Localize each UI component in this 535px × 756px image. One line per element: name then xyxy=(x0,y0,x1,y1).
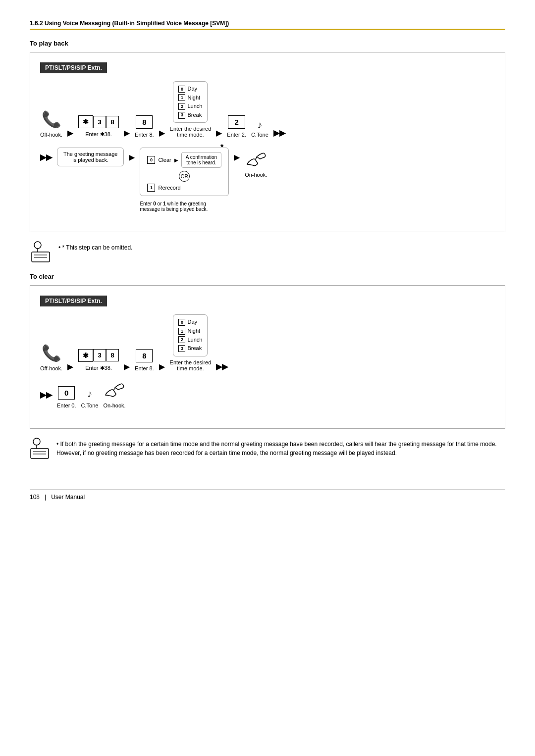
key8-item: 8 Enter 8. xyxy=(135,115,154,138)
playback-section: To play back PT/SLT/PS/SIP Extn. 📞 Off-h… xyxy=(30,40,505,232)
mode-3-label: Break xyxy=(187,111,202,120)
handset-icon-clear xyxy=(104,381,125,400)
clear-row: 0 Clear ▶ A confirmationtone is heard. xyxy=(147,152,221,168)
greeting-box: The greeting messageis played back. xyxy=(57,148,124,166)
arrow2: ▶ xyxy=(124,128,130,138)
note-icon: ♪ xyxy=(257,119,262,131)
timemode-item: 0Day 1Night 2Lunch 3Break Enter the desi… xyxy=(170,81,212,138)
playback-title: To play back xyxy=(30,40,505,47)
timemode-label-clear: Enter the desiredtime mode. xyxy=(170,359,212,371)
playback-box: PT/SLT/PS/SIP Extn. 📞 Off-hook. ▶ ✱ 3 8 … xyxy=(30,52,505,232)
svg-point-0 xyxy=(34,242,41,249)
mode-0: 0Day xyxy=(178,85,202,94)
svg-rect-7 xyxy=(31,449,49,458)
clear-text: Clear xyxy=(158,157,171,163)
page-number: 108 xyxy=(30,494,40,501)
mode-1-num: 1 xyxy=(178,94,185,101)
star38-item: ✱ 3 8 Enter ✱38. xyxy=(78,115,119,138)
or-circle: OR xyxy=(179,171,190,182)
note2-row: • If both the greeting message for a cer… xyxy=(30,438,505,459)
double-arrow-c1: ▶▶ xyxy=(216,362,228,371)
confirm-text-box: A confirmationtone is heard. xyxy=(181,152,221,168)
mode-0-num: 0 xyxy=(178,86,185,93)
svg-point-5 xyxy=(33,438,40,445)
timemode-box: 0Day 1Night 2Lunch 3Break xyxy=(173,81,208,123)
arrow-c2: ▶ xyxy=(124,362,130,371)
key2-item: 2 Enter 2. xyxy=(227,115,246,138)
three-key-c: 3 xyxy=(93,349,106,361)
handset-icon-play xyxy=(245,151,267,169)
key8-item-clear: 8 Enter 8. xyxy=(135,349,154,371)
box-header-clear: PT/SLT/PS/SIP Extn. xyxy=(40,296,107,306)
offhook-label-clear: Off-hook. xyxy=(40,365,62,371)
onhook-label-clear: On-hook. xyxy=(103,403,125,408)
key8-label-clear: Enter 8. xyxy=(135,365,154,371)
clear-title: To clear xyxy=(30,273,505,280)
key0-box: 0 xyxy=(58,386,75,400)
star38-label-clear: Enter ✱38. xyxy=(85,365,112,371)
timemode-item-clear: 0Day 1Night 2Lunch 3Break Enter the desi… xyxy=(170,314,212,371)
onhook-label-play: On-hook. xyxy=(245,172,267,178)
ctone-item-play: ♪ C.Tone xyxy=(251,119,268,138)
confirm-item: * 0 Clear ▶ A confirmationtone is heard.… xyxy=(140,148,229,212)
footer: 108 | User Manual xyxy=(30,489,505,501)
handset-svg-play xyxy=(245,151,267,167)
star-marker: * xyxy=(220,143,223,152)
note2-text: • If both the greeting message for a cer… xyxy=(56,438,505,457)
manual-label: User Manual xyxy=(51,494,85,501)
key0-label: Enter 0. xyxy=(57,403,76,408)
svg-rect-2 xyxy=(32,252,50,262)
key8-box-clear: 8 xyxy=(136,349,153,362)
offhook-item-clear: 📞 Off-hook. xyxy=(40,344,62,371)
double-arrow-c2: ▶▶ xyxy=(40,390,52,400)
section-title: 1.6.2 Using Voice Messaging (Built-in Si… xyxy=(30,20,505,30)
eight-key-c: 8 xyxy=(106,349,119,361)
clear-row-2: ▶▶ 0 Enter 0. ♪ C.Tone On-hook. xyxy=(40,381,495,408)
clear-section: To clear PT/SLT/PS/SIP Extn. 📞 Off-hook.… xyxy=(30,273,505,428)
arrow-c1: ▶ xyxy=(67,362,73,371)
clear-row-1: 📞 Off-hook. ▶ ✱ 3 8 Enter ✱38. ▶ 8 Enter… xyxy=(40,314,495,371)
mode-3: 3Break xyxy=(178,111,202,120)
onhook-item-clear: On-hook. xyxy=(103,381,125,408)
key2-box: 2 xyxy=(228,115,245,129)
rerecord-text: Rerecord xyxy=(158,185,180,191)
clear-num-box: 0 xyxy=(147,156,155,164)
arrow1: ▶ xyxy=(67,128,73,138)
offhook-label: Off-hook. xyxy=(40,132,62,138)
clear-box: PT/SLT/PS/SIP Extn. 📞 Off-hook. ▶ ✱ 3 8 … xyxy=(30,285,505,428)
double-arrow-2: ▶▶ xyxy=(40,152,52,162)
confirm-note: Enter 0 or 1 while the greetingmessage i… xyxy=(140,201,208,212)
onhook-item-play: On-hook. xyxy=(245,151,267,178)
mode-0-label: Day xyxy=(187,85,197,94)
mode-2-label: Lunch xyxy=(187,102,202,111)
arrow-c3: ▶ xyxy=(159,362,165,371)
phone-icon-clear: 📞 xyxy=(42,344,61,362)
note1-icon xyxy=(30,241,52,263)
star38-keys: ✱ 3 8 xyxy=(78,115,119,128)
box-header-play: PT/SLT/PS/SIP Extn. xyxy=(40,62,107,73)
confirm-box: * 0 Clear ▶ A confirmationtone is heard.… xyxy=(140,148,229,196)
three-key: 3 xyxy=(93,116,106,128)
offhook-item: 📞 Off-hook. xyxy=(40,110,62,138)
mode-3-num: 3 xyxy=(178,112,185,119)
double-arrow-1: ▶▶ xyxy=(273,128,285,138)
play-row-2: ▶▶ The greeting messageis played back. ▶… xyxy=(40,148,495,212)
or-divider: OR xyxy=(147,171,221,182)
mode-2: 2Lunch xyxy=(178,102,202,111)
note-doc-icon xyxy=(31,241,51,263)
eight-key1: 8 xyxy=(106,116,119,128)
note2-icon xyxy=(30,438,50,459)
rerecord-num-box: 1 xyxy=(147,184,155,192)
arrow4: ▶ xyxy=(216,128,222,138)
key8-box: 8 xyxy=(136,115,153,129)
star38-item-clear: ✱ 3 8 Enter ✱38. xyxy=(78,349,119,371)
phone-icon: 📞 xyxy=(42,110,61,129)
ctone-item-clear: ♪ C.Tone xyxy=(81,388,99,408)
star38-keys-clear: ✱ 3 8 xyxy=(78,349,119,362)
separator: | xyxy=(45,494,46,501)
note1-text: • * This step can be omitted. xyxy=(58,241,132,252)
note-icon-clear: ♪ xyxy=(87,388,92,400)
play-row-1: 📞 Off-hook. ▶ ✱ 3 8 Enter ✱38. ▶ 8 Enter… xyxy=(40,81,495,138)
key2-label: Enter 2. xyxy=(227,132,246,138)
mode-1: 1Night xyxy=(178,94,202,102)
